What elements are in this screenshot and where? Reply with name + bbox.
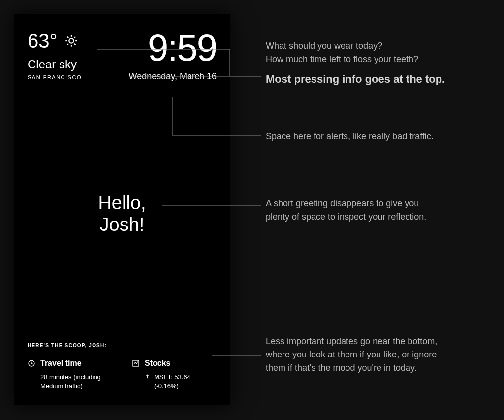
annotation-alerts: Space here for alerts, like really bad t…: [266, 130, 482, 143]
smart-mirror-panel: 63° Clear sky SAN FRANCISCO 9:59 Wednesd…: [14, 14, 230, 405]
annotation-greeting-line2: plenty of space to inspect your reflecti…: [266, 210, 482, 224]
stocks-widget: Stocks MSFT: 53.64 (-0.16%): [132, 359, 217, 390]
travel-widget-header: Travel time: [28, 359, 112, 368]
weather-condition: Clear sky: [28, 58, 82, 71]
chart-icon: [132, 359, 140, 367]
clock-date: Wednesday, March 16: [87, 71, 217, 82]
stocks-widget-header: Stocks: [132, 359, 217, 368]
travel-detail: 28 minutes (including Medium traffic): [40, 373, 112, 390]
svg-line-11: [32, 363, 33, 364]
svg-line-6: [74, 44, 75, 45]
annotation-bottom-line2: where you look at them if you like, or i…: [266, 348, 492, 361]
annotation-greeting-line1: A short greeting disappears to give you: [266, 197, 482, 210]
clock-block: 9:59 Wednesday, March 16: [87, 31, 217, 82]
stocks-detail: MSFT: 53.64 (-0.16%): [154, 373, 217, 390]
svg-line-8: [74, 37, 75, 38]
travel-widget-body: 28 minutes (including Medium traffic): [40, 373, 112, 390]
annotation-alerts-text: Space here for alerts, like really bad t…: [266, 130, 482, 143]
annotation-top-line2: How much time left to floss your teeth?: [266, 53, 482, 66]
weather-location: SAN FRANCISCO: [28, 74, 82, 80]
stocks-widget-body: MSFT: 53.64 (-0.16%): [145, 373, 217, 390]
svg-line-7: [67, 44, 68, 45]
stocks-widget-title: Stocks: [145, 359, 170, 368]
top-row: 63° Clear sky SAN FRANCISCO 9:59 Wednesd…: [28, 31, 217, 82]
svg-line-5: [67, 37, 68, 38]
greeting-line-1: Hello,: [28, 193, 217, 214]
travel-widget: Travel time 28 minutes (including Medium…: [28, 359, 112, 390]
annotation-top-bold: Most pressing info goes at the top.: [266, 71, 482, 87]
annotation-bottom: Less important updates go near the botto…: [266, 335, 492, 375]
annotation-top-line1: What should you wear today?: [266, 39, 482, 53]
annotation-top: What should you wear today? How much tim…: [266, 39, 482, 87]
temperature-row: 63°: [28, 31, 82, 51]
sun-icon: [64, 34, 78, 48]
temperature-value: 63°: [28, 31, 58, 51]
scoop-label: HERE'S THE SCOOP, JOSH:: [28, 343, 217, 348]
travel-widget-title: Travel time: [40, 359, 82, 368]
annotation-bottom-line1: Less important updates go near the botto…: [266, 335, 492, 348]
svg-point-0: [69, 38, 73, 43]
clock-icon: [28, 359, 35, 367]
clock-time: 9:59: [87, 31, 217, 65]
annotation-bottom-line3: them if that's the mood you're in today.: [266, 361, 492, 375]
bottom-block: HERE'S THE SCOOP, JOSH: Travel time 28 m…: [28, 343, 217, 390]
weather-block: 63° Clear sky SAN FRANCISCO: [28, 31, 82, 80]
arrow-up-icon: [145, 374, 150, 379]
greeting-block: Hello, Josh!: [28, 193, 217, 235]
widgets-row: Travel time 28 minutes (including Medium…: [28, 359, 217, 390]
annotation-greeting: A short greeting disappears to give you …: [266, 197, 482, 224]
greeting-line-2: Josh!: [28, 214, 217, 236]
